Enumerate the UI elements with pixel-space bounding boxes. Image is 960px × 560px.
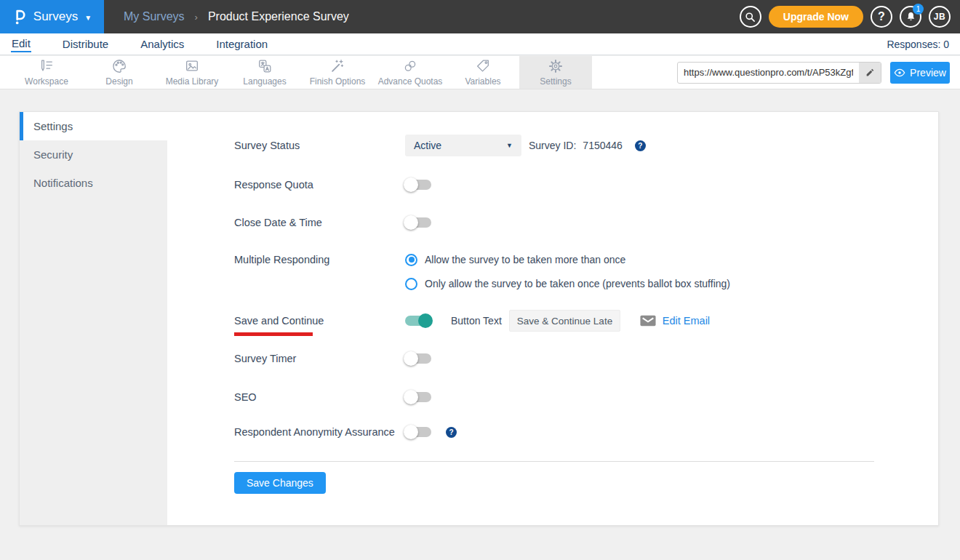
breadcrumb-current-survey: Product Experience Survey xyxy=(208,10,349,23)
search-icon[interactable] xyxy=(740,6,761,28)
survey-url-box xyxy=(677,62,881,84)
survey-timer-toggle[interactable] xyxy=(405,353,431,364)
survey-timer-label: Survey Timer xyxy=(234,353,405,364)
radio-allow-multiple[interactable] xyxy=(405,254,417,266)
upgrade-now-button[interactable]: Upgrade Now xyxy=(769,6,863,28)
media-library-icon xyxy=(184,58,200,74)
anonymity-label: Respondent Anonymity Assurance xyxy=(234,426,405,438)
survey-status-value: Active xyxy=(414,140,506,151)
tab-analytics[interactable]: Analytics xyxy=(140,36,185,52)
toolbar-item-variables[interactable]: Variables xyxy=(447,56,519,89)
tab-distribute[interactable]: Distribute xyxy=(62,36,109,52)
save-and-continue-toggle[interactable] xyxy=(405,316,431,326)
toolbar-right: Preview xyxy=(677,56,960,89)
survey-status-row: Survey Status Active ▼ Survey ID: 715044… xyxy=(234,135,646,156)
toolbar-item-workspace[interactable]: Workspace xyxy=(10,56,83,89)
edit-toolbar: Workspace Design Media Library Languag xyxy=(0,56,960,89)
save-and-continue-label: Save and Continue xyxy=(234,315,405,327)
toolbar-item-media-library[interactable]: Media Library xyxy=(156,56,228,89)
survey-status-select[interactable]: Active ▼ xyxy=(405,135,521,156)
main-nav-tabs: Edit Distribute Analytics Integration Re… xyxy=(0,33,960,55)
response-quota-row: Response Quota xyxy=(234,174,431,196)
multiple-responding-row: Multiple Responding Allow the survey to … xyxy=(234,249,625,271)
questionpro-logo-icon xyxy=(12,8,27,26)
top-header: Surveys ▼ My Surveys › Product Experienc… xyxy=(0,0,960,33)
toolbar-item-finish-options[interactable]: Finish Options xyxy=(301,56,374,89)
radio-allow-multiple-label: Allow the survey to be taken more than o… xyxy=(425,254,625,265)
close-date-row: Close Date & Time xyxy=(234,212,431,233)
seo-label: SEO xyxy=(234,391,405,403)
help-icon[interactable]: ? xyxy=(871,6,892,28)
notifications-bell-icon[interactable]: 1 xyxy=(900,6,921,28)
edit-url-pencil-icon[interactable] xyxy=(859,63,881,83)
chevron-down-icon: ▼ xyxy=(506,142,513,149)
breadcrumb: My Surveys › Product Experience Survey xyxy=(124,10,349,23)
survey-status-label: Survey Status xyxy=(234,140,405,151)
sidebar-item-settings[interactable]: Settings xyxy=(20,112,167,140)
seo-row: SEO xyxy=(234,386,431,408)
app-root: Surveys ▼ My Surveys › Product Experienc… xyxy=(0,0,960,560)
edit-email-link[interactable]: Edit Email xyxy=(663,315,710,327)
variables-icon xyxy=(475,58,491,74)
save-changes-button[interactable]: Save Changes xyxy=(234,472,326,494)
sidebar-item-security[interactable]: Security xyxy=(20,140,167,169)
tab-edit[interactable]: Edit xyxy=(11,36,31,52)
save-and-continue-row: Save and Continue Button Text Edit Email xyxy=(234,310,710,332)
seo-toggle[interactable] xyxy=(405,392,431,402)
multiple-responding-row-2: Only allow the survey to be taken once (… xyxy=(234,273,730,295)
preview-button[interactable]: Preview xyxy=(890,62,950,84)
workspace-icon xyxy=(39,58,55,74)
response-quota-toggle[interactable] xyxy=(405,180,431,190)
product-name: Surveys xyxy=(33,9,78,24)
survey-id-value: 7150446 xyxy=(583,140,623,151)
toolbar-item-settings[interactable]: Settings xyxy=(519,56,592,89)
design-icon xyxy=(111,58,127,74)
settings-card: Settings Security Notifications Survey S… xyxy=(19,111,939,526)
survey-id-help-icon[interactable] xyxy=(635,140,646,151)
anonymity-help-icon[interactable] xyxy=(446,427,457,438)
avatar[interactable]: JB xyxy=(929,6,951,28)
close-date-toggle[interactable] xyxy=(405,217,431,228)
toolbar-item-design[interactable]: Design xyxy=(83,56,156,89)
responses-count: Responses: 0 xyxy=(887,39,949,50)
languages-icon xyxy=(257,58,273,74)
toolbar-item-languages[interactable]: Languages xyxy=(228,56,301,89)
radio-only-once[interactable] xyxy=(405,278,417,290)
breadcrumb-separator-icon: › xyxy=(195,12,198,23)
tab-integration[interactable]: Integration xyxy=(215,36,268,52)
settings-sidebar: Settings Security Notifications xyxy=(20,140,167,525)
response-quota-label: Response Quota xyxy=(234,179,405,191)
close-date-label: Close Date & Time xyxy=(234,217,405,228)
annotation-underline xyxy=(234,332,313,336)
finish-options-icon xyxy=(329,58,345,74)
chevron-down-icon: ▼ xyxy=(84,14,92,22)
anonymity-row: Respondent Anonymity Assurance xyxy=(234,421,457,443)
button-text-input[interactable] xyxy=(509,310,620,332)
radio-only-once-label: Only allow the survey to be taken once (… xyxy=(425,278,730,289)
form-divider xyxy=(234,461,874,462)
button-text-label: Button Text xyxy=(451,315,502,327)
survey-timer-row: Survey Timer xyxy=(234,348,431,369)
breadcrumb-my-surveys[interactable]: My Surveys xyxy=(124,10,185,23)
email-envelope-icon[interactable] xyxy=(640,315,656,327)
notification-count-badge: 1 xyxy=(913,4,924,15)
sidebar-item-notifications[interactable]: Notifications xyxy=(20,169,167,197)
multiple-responding-label: Multiple Responding xyxy=(234,254,405,265)
eye-icon xyxy=(894,68,905,77)
header-actions: Upgrade Now ? 1 JB xyxy=(740,6,960,28)
anonymity-toggle[interactable] xyxy=(405,427,431,437)
toolbar-item-advance-quotas[interactable]: Advance Quotas xyxy=(374,56,447,89)
product-switcher[interactable]: Surveys ▼ xyxy=(0,0,104,33)
survey-id-label: Survey ID: xyxy=(529,140,576,151)
settings-icon xyxy=(548,58,564,74)
survey-url-input[interactable] xyxy=(678,67,859,78)
advance-quotas-icon xyxy=(402,58,418,74)
